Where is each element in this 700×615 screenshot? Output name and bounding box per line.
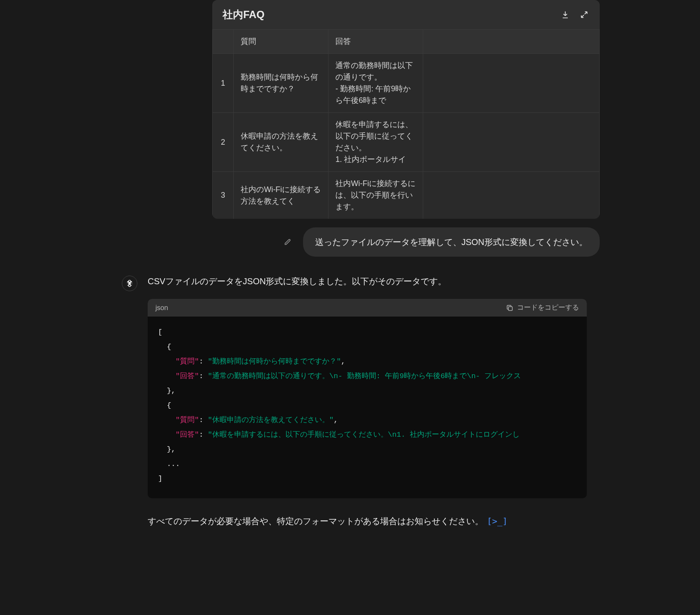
row-empty xyxy=(423,172,600,219)
code-content[interactable]: [ { "質問": "勤務時間は何時から何時までですか？", "回答": "通常… xyxy=(148,317,587,498)
row-empty xyxy=(423,113,600,172)
row-answer: 通常の勤務時間は以下の通りです。 - 勤務時間: 午前9時から午後6時まで xyxy=(328,54,423,113)
row-index: 3 xyxy=(213,172,234,219)
row-index: 1 xyxy=(213,54,234,113)
json-string: "休暇を申請するには、以下の手順に従ってください。\n1. 社内ポータルサイトに… xyxy=(208,431,520,439)
table-header-index xyxy=(213,30,234,54)
file-title: 社内FAQ xyxy=(223,8,264,22)
table-header-row: 質問 回答 xyxy=(213,30,600,54)
row-question: 休暇申請の方法を教えてください。 xyxy=(234,113,328,172)
json-key: "回答" xyxy=(176,431,199,439)
code-lang-label: json xyxy=(155,304,168,312)
edit-icon[interactable] xyxy=(283,237,293,247)
row-question: 社内のWi-Fiに接続する方法を教えてく xyxy=(234,172,328,219)
assistant-intro-text: CSVファイルのデータをJSON形式に変換しました。以下がそのデータです。 xyxy=(148,274,587,289)
svg-rect-0 xyxy=(508,307,512,311)
table-header-question: 質問 xyxy=(234,30,328,54)
json-string: "通常の勤務時間は以下の通りです。\n- 勤務時間: 午前9時から午後6時まで\… xyxy=(208,372,521,380)
row-answer: 休暇を申請するには、以下の手順に従ってください。 1. 社内ポータルサイ xyxy=(328,113,423,172)
download-icon[interactable] xyxy=(560,9,570,20)
file-preview-header: 社内FAQ xyxy=(212,0,600,29)
assistant-row: CSVファイルのデータをJSON形式に変換しました。以下がそのデータです。 js… xyxy=(100,274,600,528)
code-block: json コードをコピーする [ { "質問": "勤務時間は何時から何時までで… xyxy=(148,299,587,498)
json-string: "勤務時間は何時から何時までですか？" xyxy=(208,357,341,366)
row-question: 勤務時間は何時から何時までですか？ xyxy=(234,54,328,113)
table-scroll: 質問 回答 1 勤務時間は何時から何時までですか？ 通常の勤務時間は以下の通りで… xyxy=(212,29,600,219)
user-message-bubble: 送ったファイルのデータを理解して、JSON形式に変換してください。 xyxy=(303,227,600,257)
json-string: "休暇申請の方法を教えてください。" xyxy=(208,416,334,424)
code-header: json コードをコピーする xyxy=(148,299,587,317)
assistant-followup: すべてのデータが必要な場合や、特定のフォーマットがある場合はお知らせください。 … xyxy=(148,514,587,528)
table-row: 1 勤務時間は何時から何時までですか？ 通常の勤務時間は以下の通りです。 - 勤… xyxy=(213,54,600,113)
assistant-body: CSVファイルのデータをJSON形式に変換しました。以下がそのデータです。 js… xyxy=(148,274,604,528)
table-header-answer: 回答 xyxy=(328,30,423,54)
json-ellipsis: ... xyxy=(167,460,180,468)
user-message-row: 送ったファイルのデータを理解して、JSON形式に変換してください。 xyxy=(212,227,600,257)
row-index: 2 xyxy=(213,113,234,172)
analysis-icon[interactable]: [>_] xyxy=(487,514,508,528)
json-key: "質問" xyxy=(176,416,199,424)
json-key: "回答" xyxy=(176,372,199,380)
expand-icon[interactable] xyxy=(579,9,589,20)
assistant-avatar-icon xyxy=(122,276,137,291)
json-key: "質問" xyxy=(176,357,199,366)
file-preview-card: 社内FAQ 質問 回答 xyxy=(212,0,600,219)
table-row: 2 休暇申請の方法を教えてください。 休暇を申請するには、以下の手順に従ってくだ… xyxy=(213,113,600,172)
faq-table: 質問 回答 1 勤務時間は何時から何時までですか？ 通常の勤務時間は以下の通りで… xyxy=(212,29,600,219)
copy-code-button[interactable]: コードをコピーする xyxy=(506,303,579,312)
table-row: 3 社内のWi-Fiに接続する方法を教えてく 社内Wi-Fiに接続するには、以下… xyxy=(213,172,600,219)
row-answer: 社内Wi-Fiに接続するには、以下の手順を行います。 xyxy=(328,172,423,219)
row-empty xyxy=(423,54,600,113)
table-header-empty xyxy=(423,30,600,54)
copy-code-label: コードをコピーする xyxy=(517,303,579,312)
followup-text: すべてのデータが必要な場合や、特定のフォーマットがある場合はお知らせください。 xyxy=(148,514,483,528)
file-actions xyxy=(560,9,589,20)
